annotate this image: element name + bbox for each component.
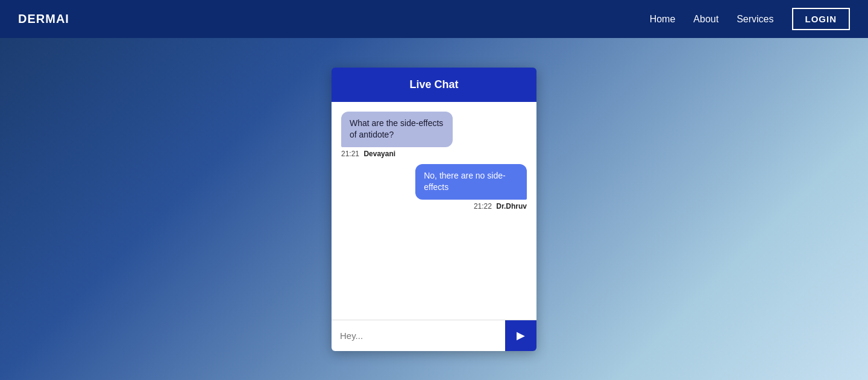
nav-home[interactable]: Home bbox=[650, 14, 676, 25]
nav-services[interactable]: Services bbox=[737, 14, 773, 25]
message-meta-left-1: 21:21 Devayani bbox=[341, 150, 395, 158]
message-left-1: What are the side-effects of antidote? 2… bbox=[341, 112, 527, 158]
send-button[interactable]: ▶ bbox=[505, 320, 536, 351]
message-time-left-1: 21:21 bbox=[341, 150, 359, 158]
chat-input-area: ▶ bbox=[332, 320, 536, 351]
navbar-links: Home About Services LOGIN bbox=[650, 8, 850, 30]
message-bubble-left-1: What are the side-effects of antidote? bbox=[341, 112, 453, 147]
message-sender-right-1: Dr.Dhruv bbox=[496, 202, 527, 211]
chat-input[interactable] bbox=[332, 320, 505, 351]
chat-messages: What are the side-effects of antidote? 2… bbox=[332, 102, 536, 320]
navbar: DERMAI Home About Services LOGIN bbox=[0, 0, 868, 38]
message-time-right-1: 21:22 bbox=[474, 202, 492, 211]
message-sender-left-1: Devayani bbox=[363, 150, 395, 158]
message-meta-right-1: 21:22 Dr.Dhruv bbox=[474, 202, 527, 211]
message-bubble-right-1: No, there are no side-effects bbox=[415, 164, 527, 200]
nav-about[interactable]: About bbox=[693, 14, 719, 25]
send-icon: ▶ bbox=[517, 329, 525, 342]
message-right-1: No, there are no side-effects 21:22 Dr.D… bbox=[341, 164, 527, 211]
main-content: Live Chat What are the side-effects of a… bbox=[0, 38, 868, 380]
chat-header: Live Chat bbox=[332, 68, 536, 102]
brand-logo: DERMAI bbox=[18, 12, 69, 26]
chat-widget: Live Chat What are the side-effects of a… bbox=[332, 68, 536, 351]
login-button[interactable]: LOGIN bbox=[792, 8, 851, 30]
